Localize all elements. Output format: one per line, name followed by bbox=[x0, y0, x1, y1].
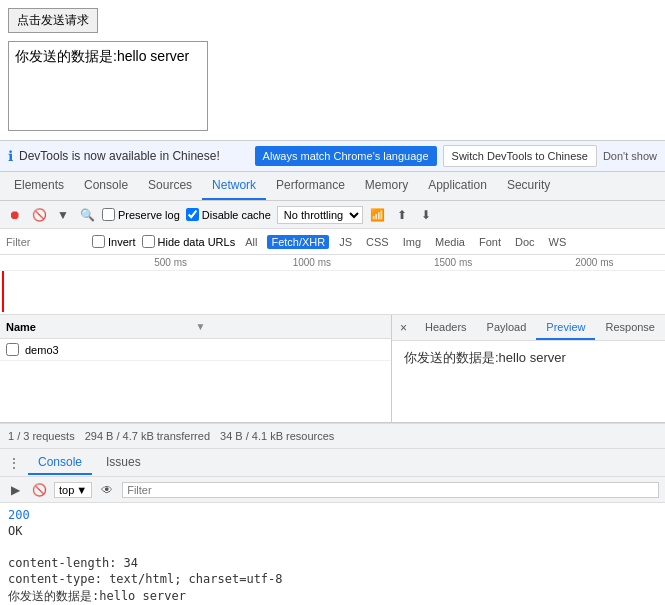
timeline-marker bbox=[2, 271, 4, 312]
hide-data-urls-checkbox[interactable] bbox=[142, 235, 155, 248]
response-box: 你发送的数据是:hello server bbox=[8, 41, 208, 131]
console-filter-input[interactable] bbox=[122, 482, 659, 498]
console-line: 200 bbox=[8, 507, 657, 523]
tab-elements[interactable]: Elements bbox=[4, 172, 74, 200]
table-row[interactable]: demo3 bbox=[0, 339, 391, 361]
tab-application[interactable]: Application bbox=[418, 172, 497, 200]
type-all[interactable]: All bbox=[241, 235, 261, 249]
top-chevron-icon: ▼ bbox=[76, 484, 87, 496]
console-line: OK bbox=[8, 523, 657, 539]
filter-icon[interactable]: ▼ bbox=[54, 206, 72, 224]
block-icon[interactable]: 🚫 bbox=[30, 481, 48, 499]
preview-tabs: × Headers Payload Preview Response bbox=[392, 315, 665, 341]
disable-cache-checkbox[interactable] bbox=[186, 208, 199, 221]
tab-console[interactable]: Console bbox=[74, 172, 138, 200]
tab-security[interactable]: Security bbox=[497, 172, 560, 200]
devtools-notification: ℹ DevTools is now available in Chinese! … bbox=[0, 140, 665, 171]
search-icon[interactable]: 🔍 bbox=[78, 206, 96, 224]
preserve-log-label[interactable]: Preserve log bbox=[102, 208, 180, 221]
transferred-size: 294 B / 4.7 kB transferred bbox=[85, 430, 210, 442]
filter-input[interactable] bbox=[6, 236, 86, 248]
filter-bar: Invert Hide data URLs All Fetch/XHR JS C… bbox=[0, 229, 665, 255]
console-line: 你发送的数据是:hello server bbox=[8, 587, 657, 604]
notification-text: DevTools is now available in Chinese! bbox=[19, 149, 249, 163]
top-label: top bbox=[59, 484, 74, 496]
tab-sources[interactable]: Sources bbox=[138, 172, 202, 200]
top-selector[interactable]: top ▼ bbox=[54, 482, 92, 498]
console-tab-console[interactable]: Console bbox=[28, 451, 92, 475]
upload-icon[interactable]: ⬆ bbox=[393, 206, 411, 224]
invert-text: Invert bbox=[108, 236, 136, 248]
status-bar: 1 / 3 requests 294 B / 4.7 kB transferre… bbox=[0, 423, 665, 449]
type-font[interactable]: Font bbox=[475, 235, 505, 249]
console-line bbox=[8, 539, 657, 555]
timeline-chart[interactable] bbox=[0, 270, 665, 312]
files-header: Name ▼ bbox=[0, 315, 391, 339]
clear-button[interactable]: 🚫 bbox=[30, 206, 48, 224]
resources-size: 34 B / 4.1 kB resources bbox=[220, 430, 334, 442]
main-split: Name ▼ demo3 × Headers Payload Preview R… bbox=[0, 315, 665, 423]
console-line: content-type: text/html; charset=utf-8 bbox=[8, 571, 657, 587]
invert-checkbox[interactable] bbox=[92, 235, 105, 248]
record-button[interactable]: ⏺ bbox=[6, 206, 24, 224]
timeline-1500ms: 1500 ms bbox=[383, 257, 524, 268]
match-language-button[interactable]: Always match Chrome's language bbox=[255, 146, 437, 166]
requests-count: 1 / 3 requests bbox=[8, 430, 75, 442]
hide-data-urls-text: Hide data URLs bbox=[158, 236, 236, 248]
close-preview-button[interactable]: × bbox=[392, 319, 415, 337]
tab-memory[interactable]: Memory bbox=[355, 172, 418, 200]
console-options-icon[interactable]: ⋮ bbox=[4, 454, 24, 472]
preview-panel: × Headers Payload Preview Response 你发送的数… bbox=[392, 315, 665, 422]
files-list: demo3 bbox=[0, 339, 391, 422]
type-doc[interactable]: Doc bbox=[511, 235, 539, 249]
type-fetch-xhr[interactable]: Fetch/XHR bbox=[267, 235, 329, 249]
timeline-500ms: 500 ms bbox=[100, 257, 241, 268]
timeline-labels: 500 ms 1000 ms 1500 ms 2000 ms bbox=[0, 255, 665, 268]
eye-icon[interactable]: 👁 bbox=[98, 481, 116, 499]
console-tab-issues[interactable]: Issues bbox=[96, 451, 151, 475]
execute-icon[interactable]: ▶ bbox=[6, 481, 24, 499]
console-line: content-length: 34 bbox=[8, 555, 657, 571]
info-icon: ℹ bbox=[8, 148, 13, 164]
type-img[interactable]: Img bbox=[399, 235, 425, 249]
tab-network[interactable]: Network bbox=[202, 172, 266, 200]
page-content: 点击发送请求 你发送的数据是:hello server bbox=[0, 0, 665, 140]
invert-label[interactable]: Invert bbox=[92, 235, 136, 248]
timeline-1000ms: 1000 ms bbox=[241, 257, 382, 268]
hide-data-urls-label[interactable]: Hide data URLs bbox=[142, 235, 236, 248]
tab-preview[interactable]: Preview bbox=[536, 315, 595, 340]
console-section: ⋮ Console Issues ▶ 🚫 top ▼ 👁 200 OK cont… bbox=[0, 449, 665, 604]
console-content: 200 OK content-length: 34 content-type: … bbox=[0, 503, 665, 604]
file-checkbox[interactable] bbox=[6, 343, 19, 356]
type-ws[interactable]: WS bbox=[545, 235, 571, 249]
tab-payload[interactable]: Payload bbox=[477, 315, 537, 340]
disable-cache-label[interactable]: Disable cache bbox=[186, 208, 271, 221]
tab-performance[interactable]: Performance bbox=[266, 172, 355, 200]
preview-content: 你发送的数据是:hello server bbox=[392, 341, 665, 422]
throttle-select[interactable]: No throttling bbox=[277, 206, 363, 224]
send-button[interactable]: 点击发送请求 bbox=[8, 8, 98, 33]
disable-cache-text: Disable cache bbox=[202, 209, 271, 221]
type-css[interactable]: CSS bbox=[362, 235, 393, 249]
wifi-icon[interactable]: 📶 bbox=[369, 206, 387, 224]
tab-headers[interactable]: Headers bbox=[415, 315, 477, 340]
network-bar: ⏺ 🚫 ▼ 🔍 Preserve log Disable cache No th… bbox=[0, 201, 665, 229]
devtools-tabs: Elements Console Sources Network Perform… bbox=[0, 171, 665, 201]
download-icon[interactable]: ⬇ bbox=[417, 206, 435, 224]
files-panel: Name ▼ demo3 bbox=[0, 315, 392, 422]
type-media[interactable]: Media bbox=[431, 235, 469, 249]
name-column-header: Name bbox=[6, 321, 195, 333]
timeline: 500 ms 1000 ms 1500 ms 2000 ms bbox=[0, 255, 665, 315]
file-name: demo3 bbox=[25, 344, 59, 356]
dont-show-link[interactable]: Don't show bbox=[603, 150, 657, 162]
type-js[interactable]: JS bbox=[335, 235, 356, 249]
console-tabs: ⋮ Console Issues bbox=[0, 449, 665, 477]
timeline-2000ms: 2000 ms bbox=[524, 257, 665, 268]
switch-devtools-button[interactable]: Switch DevTools to Chinese bbox=[443, 145, 597, 167]
preserve-log-text: Preserve log bbox=[118, 209, 180, 221]
sort-icon[interactable]: ▼ bbox=[195, 321, 384, 332]
tab-response[interactable]: Response bbox=[595, 315, 665, 340]
preserve-log-checkbox[interactable] bbox=[102, 208, 115, 221]
console-toolbar: ▶ 🚫 top ▼ 👁 bbox=[0, 477, 665, 503]
